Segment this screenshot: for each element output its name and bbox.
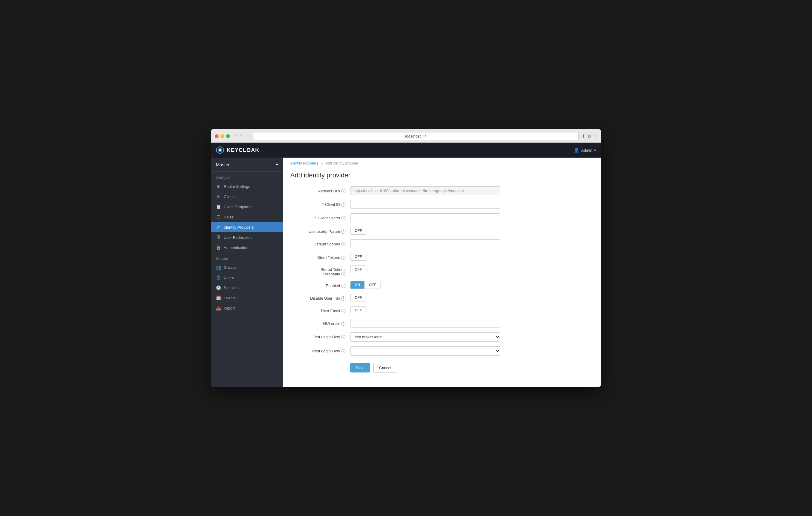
breadcrumb-separator: » <box>321 161 323 165</box>
logo: KEYCLOAK <box>216 146 259 154</box>
sidebar-item-authentication[interactable]: 🔒 Authentication <box>211 242 283 252</box>
sidebar-item-roles[interactable]: ☰ Roles <box>211 212 283 222</box>
admin-menu[interactable]: 👤 Admin ▾ <box>574 147 596 153</box>
sidebar-item-label: Sessions <box>224 285 239 290</box>
traffic-light-yellow[interactable] <box>221 134 224 138</box>
control-gui-order <box>350 319 500 328</box>
sidebar-item-client-templates[interactable]: 📋 Client Templates <box>211 202 283 212</box>
toggle-disable-user-info[interactable]: OFF <box>350 294 367 301</box>
help-default-scopes[interactable]: ? <box>341 242 345 246</box>
toggle-trust-email[interactable]: OFF <box>350 306 367 314</box>
help-post-login-flow[interactable]: ? <box>341 349 345 353</box>
help-gui-order[interactable]: ? <box>341 322 345 326</box>
control-enabled: ON OFF <box>350 281 500 289</box>
reload-button[interactable]: ↺ <box>423 134 427 139</box>
address-bar[interactable]: localhost ↺ <box>253 132 579 140</box>
help-use-userip[interactable]: ? <box>341 230 345 234</box>
select-post-login-flow[interactable]: browser direct grant <box>350 346 500 356</box>
label-client-id: * Client ID ? <box>290 200 350 207</box>
back-button[interactable]: ‹ <box>233 133 237 139</box>
help-enabled[interactable]: ? <box>341 284 345 288</box>
label-stored-tokens-readable: Stored Tokens Readable ? <box>290 266 350 276</box>
sidebar-item-label: Import <box>224 306 235 310</box>
traffic-light-green[interactable] <box>226 134 230 138</box>
sidebar-item-user-federation[interactable]: 🗄 User Federation <box>211 232 283 242</box>
control-disable-user-info: OFF <box>350 294 500 301</box>
toggle-off-btn[interactable]: OFF <box>350 253 366 261</box>
input-redirect-uri[interactable] <box>350 186 500 195</box>
help-client-id[interactable]: ? <box>341 203 345 207</box>
input-gui-order[interactable] <box>350 319 500 328</box>
help-store-tokens[interactable]: ? <box>341 255 345 260</box>
sidebar-item-label: User Federation <box>224 235 252 240</box>
sidebar-item-users[interactable]: 👤 Users <box>211 272 283 282</box>
form-row-stored-tokens-readable: Stored Tokens Readable ? OFF <box>290 266 500 276</box>
traffic-lights <box>215 134 230 138</box>
control-redirect-uri <box>350 186 500 195</box>
toggle-off-btn[interactable]: OFF <box>350 266 366 273</box>
forward-button[interactable]: › <box>239 133 243 139</box>
help-trust-email[interactable]: ? <box>341 309 345 313</box>
realm-selector[interactable]: Master ▾ <box>211 158 283 172</box>
help-disable-user-info[interactable]: ? <box>341 296 345 301</box>
sidebar-item-groups[interactable]: 👥 Groups <box>211 262 283 272</box>
realm-selector-arrow: ▾ <box>276 162 278 167</box>
sidebar-item-label: Roles <box>224 215 234 219</box>
toggle-off-btn[interactable]: OFF <box>350 227 366 234</box>
help-first-login-flow[interactable]: ? <box>341 335 345 339</box>
sidebar-item-events[interactable]: 📅 Events <box>211 293 283 303</box>
help-redirect-uri[interactable]: ? <box>341 189 345 193</box>
duplicate-button[interactable]: ⧉ <box>588 133 591 139</box>
label-enabled: Enabled ? <box>290 281 350 288</box>
main-area: Master ▾ Configure ⚙ Realm Settings 🖥 Cl… <box>211 158 601 387</box>
input-client-secret[interactable] <box>350 213 500 222</box>
toggle-use-userip[interactable]: OFF <box>350 227 367 235</box>
toggle-off-btn[interactable]: OFF <box>350 294 366 301</box>
toggle-enabled[interactable]: ON OFF <box>350 281 380 289</box>
help-stored-tokens-readable[interactable]: ? <box>341 272 345 276</box>
form-row-default-scopes: Default Scopes ? <box>290 239 500 248</box>
label-disable-user-info: Disable User Info ? <box>290 294 350 301</box>
toggle-off-btn[interactable]: OFF <box>365 281 380 289</box>
app-title: KEYCLOAK <box>227 147 259 153</box>
main-content: Identity Providers » Add identity provid… <box>283 158 601 387</box>
sidebar-item-identity-providers[interactable]: ⇄ Identity Providers <box>211 222 283 232</box>
breadcrumb-parent-link[interactable]: Identity Providers <box>290 161 318 165</box>
toggle-stored-tokens-readable[interactable]: OFF <box>350 266 367 273</box>
admin-dropdown-icon: ▾ <box>594 148 596 153</box>
admin-label: Admin <box>581 148 592 153</box>
label-trust-email: Trust Email ? <box>290 306 350 313</box>
share-button[interactable]: ⬆ <box>582 133 585 139</box>
sidebar-item-label: Users <box>224 275 234 280</box>
toggle-on-btn[interactable]: ON <box>350 281 364 289</box>
control-client-id <box>350 200 500 209</box>
toggle-store-tokens[interactable]: OFF <box>350 253 367 261</box>
form-actions: Save Cancel <box>350 361 500 373</box>
control-post-login-flow: browser direct grant <box>350 346 500 356</box>
save-button[interactable]: Save <box>350 363 370 372</box>
help-client-secret[interactable]: ? <box>341 216 345 220</box>
nav-buttons: ‹ › ⊡ <box>233 133 250 139</box>
sidebar: Master ▾ Configure ⚙ Realm Settings 🖥 Cl… <box>211 158 283 387</box>
realm-name: Master <box>216 162 230 167</box>
toggle-off-btn[interactable]: OFF <box>350 307 366 314</box>
label-first-login-flow: First Login Flow ? <box>290 332 350 339</box>
import-icon: 📥 <box>216 306 221 310</box>
input-default-scopes[interactable] <box>350 239 500 248</box>
sidebar-item-clients[interactable]: 🖥 Clients <box>211 191 283 202</box>
sidebar-item-realm-settings[interactable]: ⚙ Realm Settings <box>211 181 283 191</box>
realm-settings-icon: ⚙ <box>216 184 221 189</box>
new-tab-button[interactable]: ＋ <box>593 133 597 139</box>
sidebar-item-sessions[interactable]: 🕐 Sessions <box>211 282 283 293</box>
app-layout: KEYCLOAK 👤 Admin ▾ Master ▾ Configure ⚙ … <box>211 143 601 387</box>
form-row-first-login-flow: First Login Flow ? first broker login br… <box>290 332 500 342</box>
select-first-login-flow[interactable]: first broker login browser direct grant … <box>350 332 500 342</box>
cancel-button[interactable]: Cancel <box>373 363 397 373</box>
input-client-id[interactable] <box>350 200 500 209</box>
traffic-light-red[interactable] <box>215 134 219 138</box>
control-default-scopes <box>350 239 500 248</box>
window-toggle-button[interactable]: ⊡ <box>244 133 250 139</box>
sidebar-item-import[interactable]: 📥 Import <box>211 303 283 313</box>
sidebar-item-label: Events <box>224 296 236 300</box>
label-post-login-flow: Post Login Flow ? <box>290 346 350 353</box>
